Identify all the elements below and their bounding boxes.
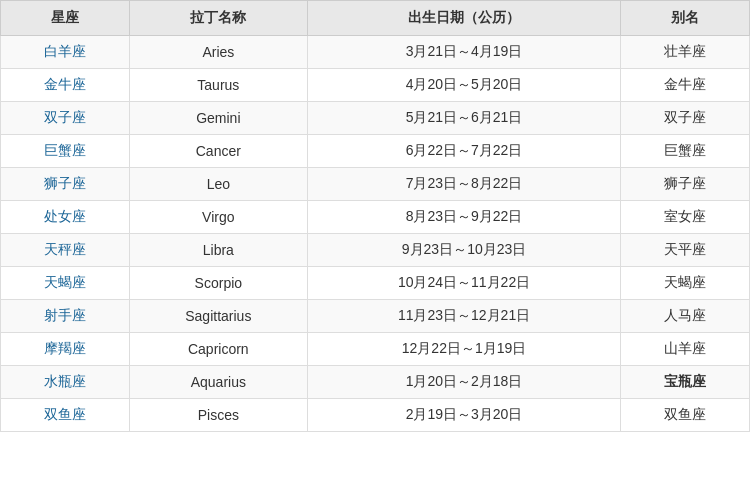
table-row: 天秤座Libra9月23日～10月23日天平座: [1, 234, 750, 267]
table-row: 巨蟹座Cancer6月22日～7月22日巨蟹座: [1, 135, 750, 168]
table-row: 天蝎座Scorpio10月24日～11月22日天蝎座: [1, 267, 750, 300]
zodiac-latin-name: Libra: [129, 234, 307, 267]
zodiac-latin-name: Sagittarius: [129, 300, 307, 333]
zodiac-latin-name: Virgo: [129, 201, 307, 234]
zodiac-chinese-name: 天蝎座: [1, 267, 130, 300]
zodiac-alias: 人马座: [621, 300, 750, 333]
zodiac-alias: 狮子座: [621, 168, 750, 201]
zodiac-chinese-name: 双鱼座: [1, 399, 130, 432]
zodiac-date-range: 8月23日～9月22日: [307, 201, 620, 234]
zodiac-alias: 山羊座: [621, 333, 750, 366]
zodiac-chinese-name: 水瓶座: [1, 366, 130, 399]
zodiac-alias: 天蝎座: [621, 267, 750, 300]
table-row: 水瓶座Aquarius1月20日～2月18日宝瓶座: [1, 366, 750, 399]
zodiac-chinese-name: 摩羯座: [1, 333, 130, 366]
table-row: 摩羯座Capricorn12月22日～1月19日山羊座: [1, 333, 750, 366]
zodiac-chinese-name: 天秤座: [1, 234, 130, 267]
header-alias: 别名: [621, 1, 750, 36]
zodiac-latin-name: Aquarius: [129, 366, 307, 399]
table-row: 金牛座Taurus4月20日～5月20日金牛座: [1, 69, 750, 102]
zodiac-alias: 双子座: [621, 102, 750, 135]
zodiac-chinese-name: 处女座: [1, 201, 130, 234]
zodiac-alias: 双鱼座: [621, 399, 750, 432]
zodiac-latin-name: Gemini: [129, 102, 307, 135]
zodiac-table: 星座 拉丁名称 出生日期（公历） 别名 白羊座Aries3月21日～4月19日壮…: [0, 0, 750, 432]
zodiac-alias: 壮羊座: [621, 36, 750, 69]
table-row: 处女座Virgo8月23日～9月22日室女座: [1, 201, 750, 234]
zodiac-latin-name: Scorpio: [129, 267, 307, 300]
zodiac-date-range: 1月20日～2月18日: [307, 366, 620, 399]
zodiac-latin-name: Pisces: [129, 399, 307, 432]
zodiac-date-range: 7月23日～8月22日: [307, 168, 620, 201]
zodiac-latin-name: Leo: [129, 168, 307, 201]
zodiac-chinese-name: 金牛座: [1, 69, 130, 102]
zodiac-chinese-name: 白羊座: [1, 36, 130, 69]
zodiac-alias: 室女座: [621, 201, 750, 234]
zodiac-date-range: 4月20日～5月20日: [307, 69, 620, 102]
header-dates: 出生日期（公历）: [307, 1, 620, 36]
zodiac-date-range: 12月22日～1月19日: [307, 333, 620, 366]
zodiac-date-range: 6月22日～7月22日: [307, 135, 620, 168]
zodiac-date-range: 11月23日～12月21日: [307, 300, 620, 333]
zodiac-alias: 天平座: [621, 234, 750, 267]
zodiac-chinese-name: 狮子座: [1, 168, 130, 201]
zodiac-alias: 金牛座: [621, 69, 750, 102]
zodiac-latin-name: Aries: [129, 36, 307, 69]
table-row: 白羊座Aries3月21日～4月19日壮羊座: [1, 36, 750, 69]
zodiac-alias: 宝瓶座: [621, 366, 750, 399]
zodiac-date-range: 2月19日～3月20日: [307, 399, 620, 432]
zodiac-alias: 巨蟹座: [621, 135, 750, 168]
table-header-row: 星座 拉丁名称 出生日期（公历） 别名: [1, 1, 750, 36]
table-row: 狮子座Leo7月23日～8月22日狮子座: [1, 168, 750, 201]
table-row: 射手座Sagittarius11月23日～12月21日人马座: [1, 300, 750, 333]
zodiac-chinese-name: 双子座: [1, 102, 130, 135]
header-chinese: 星座: [1, 1, 130, 36]
zodiac-date-range: 9月23日～10月23日: [307, 234, 620, 267]
zodiac-date-range: 3月21日～4月19日: [307, 36, 620, 69]
zodiac-date-range: 10月24日～11月22日: [307, 267, 620, 300]
header-latin: 拉丁名称: [129, 1, 307, 36]
table-row: 双子座Gemini5月21日～6月21日双子座: [1, 102, 750, 135]
table-row: 双鱼座Pisces2月19日～3月20日双鱼座: [1, 399, 750, 432]
zodiac-chinese-name: 巨蟹座: [1, 135, 130, 168]
zodiac-date-range: 5月21日～6月21日: [307, 102, 620, 135]
zodiac-chinese-name: 射手座: [1, 300, 130, 333]
zodiac-latin-name: Taurus: [129, 69, 307, 102]
zodiac-latin-name: Capricorn: [129, 333, 307, 366]
zodiac-latin-name: Cancer: [129, 135, 307, 168]
